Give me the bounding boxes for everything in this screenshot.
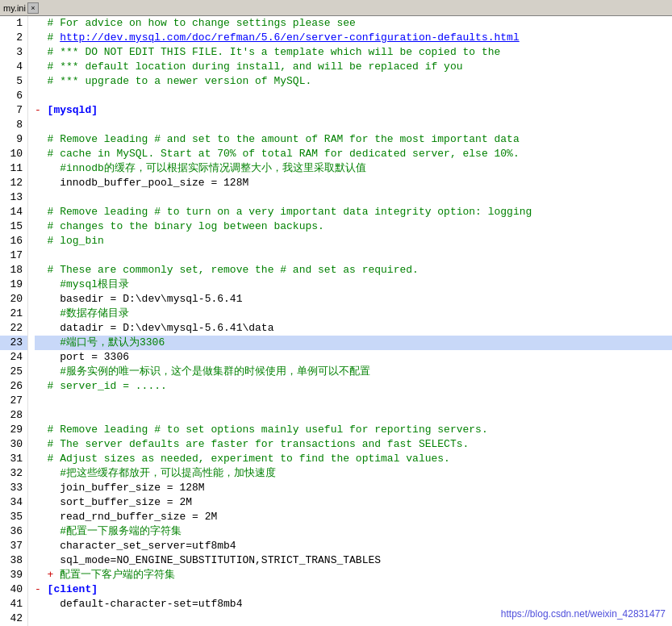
code-line (35, 394, 672, 408)
line-number: 31 (0, 452, 27, 466)
line-number: 42 (0, 611, 27, 626)
line-number: 34 (0, 495, 27, 510)
line-number: 21 (0, 307, 27, 321)
line-number: 20 (0, 292, 27, 307)
expand-icon[interactable]: + (35, 569, 60, 581)
line-number: 33 (0, 481, 27, 495)
line-number: 9 (0, 132, 27, 147)
code-line: # changes to the binary log between back… (35, 219, 672, 234)
line-number: 8 (0, 118, 27, 132)
line-number: 28 (0, 408, 27, 423)
code-line: character_set_server=utf8mb4 (35, 539, 672, 553)
line-number: 1 (0, 16, 27, 31)
code-line: + 配置一下客户端的字符集 (35, 568, 672, 582)
line-number: 7 (0, 103, 27, 118)
line-number: 15 (0, 219, 27, 234)
code-line: # These are commonly set, remove the # a… (35, 263, 672, 278)
code-line: # cache in MySQL. Start at 70% of total … (35, 147, 672, 161)
code-line: datadir = D:\dev\mysql-5.6.41\data (35, 321, 672, 336)
line-number: 39 (0, 568, 27, 582)
code-line: # *** upgrade to a newer version of MySQ… (35, 74, 672, 89)
line-number: 40 (0, 582, 27, 597)
code-line: #把这些缓存都放开，可以提高性能，加快速度 (35, 466, 672, 481)
line-number: 22 (0, 321, 27, 336)
link[interactable]: http://dev.mysql.com/doc/refman/5.6/en/s… (60, 31, 520, 44)
line-number: 13 (0, 190, 27, 205)
code-line (35, 118, 672, 132)
close-button[interactable]: × (27, 2, 39, 14)
line-number: 23 (0, 336, 27, 350)
line-number: 12 (0, 176, 27, 190)
line-number: 26 (0, 379, 27, 394)
line-number: 14 (0, 205, 27, 219)
code-line: sql_mode=NO_ENGINE_SUBSTITUTION,STRICT_T… (35, 553, 672, 568)
line-number: 36 (0, 524, 27, 539)
line-number: 41 (0, 597, 27, 611)
line-number: 5 (0, 74, 27, 89)
code-line: #innodb的缓存，可以根据实际情况调整大小，我这里采取默认值 (35, 161, 672, 176)
title-bar-text: my.ini (3, 3, 26, 13)
code-line: read_rnd_buffer_size = 2M (35, 510, 672, 524)
code-line: port = 3306 (35, 350, 672, 365)
code-line: #mysql根目录 (35, 278, 672, 292)
watermark: https://blog.csdn.net/weixin_42831477 (501, 608, 666, 620)
code-line: # Remove leading # and set to the amount… (35, 132, 672, 147)
code-line: - [mysqld] (35, 103, 672, 118)
line-number: 32 (0, 466, 27, 481)
line-number: 10 (0, 147, 27, 161)
line-number: 3 (0, 45, 27, 60)
code-line: - [client] (35, 582, 672, 597)
code-line: #配置一下服务端的字符集 (35, 524, 672, 539)
code-line: # log_bin (35, 234, 672, 248)
code-line (35, 190, 672, 205)
code-line: #端口号，默认为3306 (35, 336, 672, 350)
code-line: # server_id = ..... (35, 379, 672, 394)
line-number: 25 (0, 365, 27, 379)
line-number: 2 (0, 31, 27, 45)
line-number: 37 (0, 539, 27, 553)
line-number: 6 (0, 89, 27, 103)
line-number: 30 (0, 437, 27, 452)
code-line: # Adjust sizes as needed, experiment to … (35, 452, 672, 466)
collapse-icon[interactable]: - (35, 583, 48, 595)
title-bar: my.ini × (0, 0, 672, 16)
code-line: basedir = D:\dev\mysql-5.6.41 (35, 292, 672, 307)
line-number: 4 (0, 60, 27, 74)
line-number: 18 (0, 263, 27, 278)
line-number: 27 (0, 394, 27, 408)
code-line: # *** default location during install, a… (35, 60, 672, 74)
editor: 1234567891011121314151617181920212223242… (0, 16, 672, 626)
code-line (35, 248, 672, 263)
line-number: 19 (0, 278, 27, 292)
line-number: 24 (0, 350, 27, 365)
code-line: #数据存储目录 (35, 307, 672, 321)
code-line: innodb_buffer_pool_size = 128M (35, 176, 672, 190)
line-number: 29 (0, 423, 27, 437)
code-line (35, 408, 672, 423)
code-line: # http://dev.mysql.com/doc/refman/5.6/en… (35, 31, 672, 45)
line-numbers: 1234567891011121314151617181920212223242… (0, 16, 28, 626)
code-line (35, 89, 672, 103)
code-area: # For advice on how to change settings p… (28, 16, 672, 626)
code-line: # For advice on how to change settings p… (35, 16, 672, 31)
code-line: # *** DO NOT EDIT THIS FILE. It's a temp… (35, 45, 672, 60)
code-line: #服务实例的唯一标识，这个是做集群的时候使用，单例可以不配置 (35, 365, 672, 379)
code-line: # Remove leading # to set options mainly… (35, 423, 672, 437)
code-line: sort_buffer_size = 2M (35, 495, 672, 510)
line-number: 38 (0, 553, 27, 568)
line-number: 11 (0, 161, 27, 176)
code-line: join_buffer_size = 128M (35, 481, 672, 495)
code-line: # Remove leading # to turn on a very imp… (35, 205, 672, 219)
line-number: 17 (0, 248, 27, 263)
line-number: 35 (0, 510, 27, 524)
collapse-icon[interactable]: - (35, 104, 48, 116)
line-number: 16 (0, 234, 27, 248)
code-line: # The server defaults are faster for tra… (35, 437, 672, 452)
